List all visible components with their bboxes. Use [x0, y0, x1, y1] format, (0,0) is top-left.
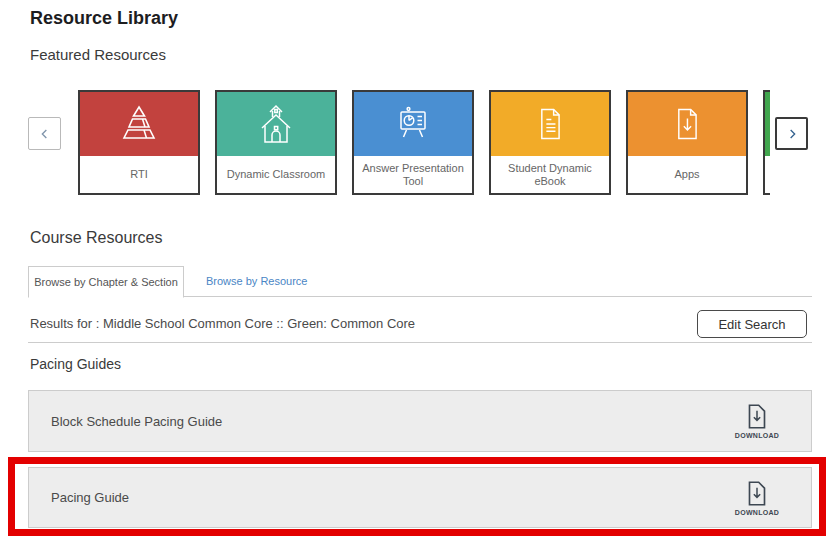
edit-search-button[interactable]: Edit Search — [697, 310, 807, 338]
card-label: Answer Presentation Tool — [354, 156, 472, 193]
pacing-row-pacing-guide[interactable]: Pacing Guide DOWNLOAD — [28, 467, 812, 528]
rti-pyramid-icon — [117, 103, 161, 145]
download-label: DOWNLOAD — [735, 508, 779, 515]
pacing-guides-heading: Pacing Guides — [30, 356, 121, 372]
chevron-right-icon — [784, 126, 800, 142]
pacing-row-block-schedule[interactable]: Block Schedule Pacing Guide DOWNLOAD — [28, 390, 812, 452]
page-title: Resource Library — [30, 8, 178, 29]
card-label: Apps — [628, 156, 746, 193]
card-label: Dynamic Classroom — [217, 156, 335, 193]
presentation-board-icon — [391, 103, 435, 145]
featured-card-apps[interactable]: Apps — [626, 90, 748, 195]
download-label: DOWNLOAD — [735, 432, 779, 439]
resource-library-page: Resource Library Featured Resources RTI — [0, 0, 838, 558]
tab-browse-by-chapter-section[interactable]: Browse by Chapter & Section — [28, 266, 184, 298]
carousel-next-button[interactable] — [775, 117, 808, 150]
featured-card-partial[interactable] — [763, 90, 770, 195]
course-resources-heading: Course Resources — [30, 229, 163, 247]
download-document-icon — [667, 103, 707, 145]
schoolhouse-icon — [254, 102, 298, 146]
card-label: Student Dynamic eBook — [491, 156, 609, 193]
featured-card-answer-presentation-tool[interactable]: Answer Presentation Tool — [352, 90, 474, 195]
featured-card-rti[interactable]: RTI — [78, 90, 200, 195]
resource-row-label: Block Schedule Pacing Guide — [51, 391, 222, 451]
carousel-prev-button[interactable] — [28, 117, 61, 150]
course-tabs: Browse by Chapter & Section Browse by Re… — [28, 266, 812, 297]
featured-card-dynamic-classroom[interactable]: Dynamic Classroom — [215, 90, 337, 195]
featured-resources-heading: Featured Resources — [30, 46, 166, 63]
section-divider — [28, 342, 812, 343]
download-file-icon — [747, 404, 767, 430]
results-summary: Results for : Middle School Common Core … — [30, 316, 415, 331]
download-button[interactable]: DOWNLOAD — [729, 480, 785, 515]
chevron-left-icon — [37, 126, 53, 142]
download-button[interactable]: DOWNLOAD — [729, 404, 785, 439]
tab-browse-by-resource[interactable]: Browse by Resource — [206, 266, 308, 296]
card-label — [765, 156, 770, 193]
download-file-icon — [747, 480, 767, 506]
card-label: RTI — [80, 156, 198, 193]
featured-card-student-dynamic-ebook[interactable]: Student Dynamic eBook — [489, 90, 611, 195]
document-icon — [530, 103, 570, 145]
resource-row-label: Pacing Guide — [51, 468, 129, 527]
featured-carousel: RTI Dynamic Classroom — [78, 90, 770, 197]
